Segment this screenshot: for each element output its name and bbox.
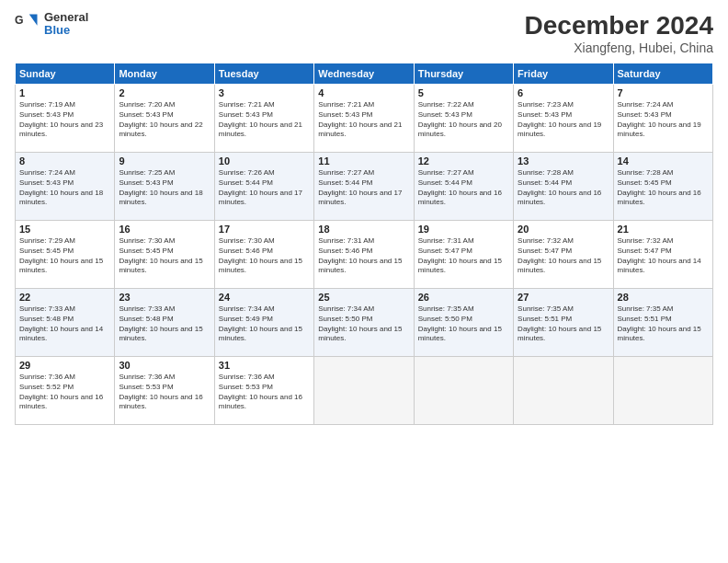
day-number: 15 — [19, 224, 110, 235]
logo-icon: G — [15, 11, 40, 37]
day-info: Sunrise: 7:21 AMSunset: 5:43 PMDaylight:… — [318, 100, 409, 140]
day-info: Sunrise: 7:33 AMSunset: 5:48 PMDaylight:… — [19, 304, 110, 344]
day-number: 18 — [318, 224, 409, 235]
day-info: Sunrise: 7:27 AMSunset: 5:44 PMDaylight:… — [418, 168, 509, 208]
day-info: Sunrise: 7:27 AMSunset: 5:44 PMDaylight:… — [318, 168, 409, 208]
day-info: Sunrise: 7:28 AMSunset: 5:45 PMDaylight:… — [618, 168, 709, 208]
calendar-cell — [613, 357, 712, 425]
day-number: 13 — [518, 155, 609, 167]
day-number: 29 — [19, 360, 110, 371]
day-number: 12 — [418, 155, 509, 167]
day-number: 14 — [618, 155, 709, 167]
calendar-cell — [414, 357, 513, 425]
calendar-cell: 11Sunrise: 7:27 AMSunset: 5:44 PMDayligh… — [314, 153, 414, 221]
day-number: 20 — [518, 224, 609, 235]
calendar-cell: 21Sunrise: 7:32 AMSunset: 5:47 PMDayligh… — [613, 221, 712, 289]
header-thursday: Thursday — [414, 63, 513, 85]
day-number: 31 — [219, 360, 310, 371]
day-info: Sunrise: 7:30 AMSunset: 5:45 PMDaylight:… — [119, 236, 210, 276]
day-info: Sunrise: 7:23 AMSunset: 5:43 PMDaylight:… — [518, 100, 609, 140]
day-number: 25 — [318, 292, 409, 303]
day-info: Sunrise: 7:35 AMSunset: 5:51 PMDaylight:… — [618, 304, 709, 344]
calendar-cell: 13Sunrise: 7:28 AMSunset: 5:44 PMDayligh… — [514, 153, 613, 221]
calendar-cell: 18Sunrise: 7:31 AMSunset: 5:46 PMDayligh… — [314, 221, 414, 289]
calendar-cell: 12Sunrise: 7:27 AMSunset: 5:44 PMDayligh… — [414, 153, 513, 221]
day-number: 3 — [219, 87, 310, 98]
header-friday: Friday — [514, 63, 613, 85]
day-info: Sunrise: 7:34 AMSunset: 5:49 PMDaylight:… — [219, 304, 310, 344]
calendar-cell: 14Sunrise: 7:28 AMSunset: 5:45 PMDayligh… — [613, 153, 712, 221]
day-number: 10 — [219, 155, 310, 167]
day-info: Sunrise: 7:21 AMSunset: 5:43 PMDaylight:… — [219, 100, 310, 140]
calendar-cell: 22Sunrise: 7:33 AMSunset: 5:48 PMDayligh… — [16, 289, 115, 357]
month-title: December 2024 — [525, 11, 713, 40]
day-number: 26 — [418, 292, 509, 303]
calendar-cell: 17Sunrise: 7:30 AMSunset: 5:46 PMDayligh… — [214, 221, 313, 289]
day-number: 24 — [219, 292, 310, 303]
calendar-cell: 30Sunrise: 7:36 AMSunset: 5:53 PMDayligh… — [115, 357, 214, 425]
day-number: 9 — [119, 155, 210, 167]
day-info: Sunrise: 7:35 AMSunset: 5:50 PMDaylight:… — [418, 304, 509, 344]
calendar-cell: 5Sunrise: 7:22 AMSunset: 5:43 PMDaylight… — [414, 85, 513, 153]
day-info: Sunrise: 7:34 AMSunset: 5:50 PMDaylight:… — [318, 304, 409, 344]
day-info: Sunrise: 7:24 AMSunset: 5:43 PMDaylight:… — [618, 100, 709, 140]
calendar-cell: 15Sunrise: 7:29 AMSunset: 5:45 PMDayligh… — [16, 221, 115, 289]
calendar-cell: 19Sunrise: 7:31 AMSunset: 5:47 PMDayligh… — [414, 221, 513, 289]
header-tuesday: Tuesday — [214, 63, 313, 85]
day-info: Sunrise: 7:24 AMSunset: 5:43 PMDaylight:… — [19, 168, 110, 208]
calendar-cell: 23Sunrise: 7:33 AMSunset: 5:48 PMDayligh… — [115, 289, 214, 357]
calendar-table: Sunday Monday Tuesday Wednesday Thursday… — [15, 63, 713, 425]
day-number: 21 — [618, 224, 709, 235]
logo-text-general: General — [44, 11, 88, 24]
calendar-cell: 29Sunrise: 7:36 AMSunset: 5:52 PMDayligh… — [16, 357, 115, 425]
day-number: 19 — [418, 224, 509, 235]
title-block: December 2024 Xiangfeng, Hubei, China — [525, 11, 713, 55]
day-number: 2 — [119, 87, 210, 98]
day-number: 6 — [518, 87, 609, 98]
svg-text:G: G — [15, 14, 24, 27]
day-number: 27 — [518, 292, 609, 303]
calendar-week-row: 1Sunrise: 7:19 AMSunset: 5:43 PMDaylight… — [16, 85, 713, 153]
header-monday: Monday — [115, 63, 214, 85]
calendar-cell: 3Sunrise: 7:21 AMSunset: 5:43 PMDaylight… — [214, 85, 313, 153]
day-number: 1 — [19, 87, 110, 98]
day-number: 23 — [119, 292, 210, 303]
calendar-cell: 31Sunrise: 7:36 AMSunset: 5:53 PMDayligh… — [214, 357, 313, 425]
day-number: 22 — [19, 292, 110, 303]
day-info: Sunrise: 7:29 AMSunset: 5:45 PMDaylight:… — [19, 236, 110, 276]
calendar-week-row: 8Sunrise: 7:24 AMSunset: 5:43 PMDaylight… — [16, 153, 713, 221]
calendar-cell: 20Sunrise: 7:32 AMSunset: 5:47 PMDayligh… — [514, 221, 613, 289]
calendar-week-row: 22Sunrise: 7:33 AMSunset: 5:48 PMDayligh… — [16, 289, 713, 357]
day-number: 16 — [119, 224, 210, 235]
location-title: Xiangfeng, Hubei, China — [525, 40, 713, 55]
calendar-cell: 10Sunrise: 7:26 AMSunset: 5:44 PMDayligh… — [214, 153, 313, 221]
header-wednesday: Wednesday — [314, 63, 414, 85]
day-number: 11 — [318, 155, 409, 167]
calendar-cell: 6Sunrise: 7:23 AMSunset: 5:43 PMDaylight… — [514, 85, 613, 153]
header-sunday: Sunday — [16, 63, 115, 85]
logo: G General Blue — [15, 11, 88, 38]
day-info: Sunrise: 7:36 AMSunset: 5:53 PMDaylight:… — [119, 373, 210, 412]
calendar-cell: 26Sunrise: 7:35 AMSunset: 5:50 PMDayligh… — [414, 289, 513, 357]
calendar-header-row: Sunday Monday Tuesday Wednesday Thursday… — [16, 63, 713, 85]
header: G General Blue December 2024 Xiangfeng, … — [15, 11, 713, 55]
day-number: 28 — [618, 292, 709, 303]
day-info: Sunrise: 7:32 AMSunset: 5:47 PMDaylight:… — [618, 236, 709, 276]
day-info: Sunrise: 7:31 AMSunset: 5:46 PMDaylight:… — [318, 236, 409, 276]
day-number: 17 — [219, 224, 310, 235]
day-info: Sunrise: 7:35 AMSunset: 5:51 PMDaylight:… — [518, 304, 609, 344]
calendar-cell: 25Sunrise: 7:34 AMSunset: 5:50 PMDayligh… — [314, 289, 414, 357]
day-info: Sunrise: 7:28 AMSunset: 5:44 PMDaylight:… — [518, 168, 609, 208]
calendar-cell: 2Sunrise: 7:20 AMSunset: 5:43 PMDaylight… — [115, 85, 214, 153]
day-info: Sunrise: 7:36 AMSunset: 5:53 PMDaylight:… — [219, 373, 310, 412]
calendar-cell: 16Sunrise: 7:30 AMSunset: 5:45 PMDayligh… — [115, 221, 214, 289]
calendar-week-row: 29Sunrise: 7:36 AMSunset: 5:52 PMDayligh… — [16, 357, 713, 425]
calendar-cell: 8Sunrise: 7:24 AMSunset: 5:43 PMDaylight… — [16, 153, 115, 221]
calendar-week-row: 15Sunrise: 7:29 AMSunset: 5:45 PMDayligh… — [16, 221, 713, 289]
day-number: 5 — [418, 87, 509, 98]
calendar-cell: 1Sunrise: 7:19 AMSunset: 5:43 PMDaylight… — [16, 85, 115, 153]
day-info: Sunrise: 7:25 AMSunset: 5:43 PMDaylight:… — [119, 168, 210, 208]
day-info: Sunrise: 7:31 AMSunset: 5:47 PMDaylight:… — [418, 236, 509, 276]
svg-marker-1 — [29, 15, 38, 26]
day-info: Sunrise: 7:19 AMSunset: 5:43 PMDaylight:… — [19, 100, 110, 140]
